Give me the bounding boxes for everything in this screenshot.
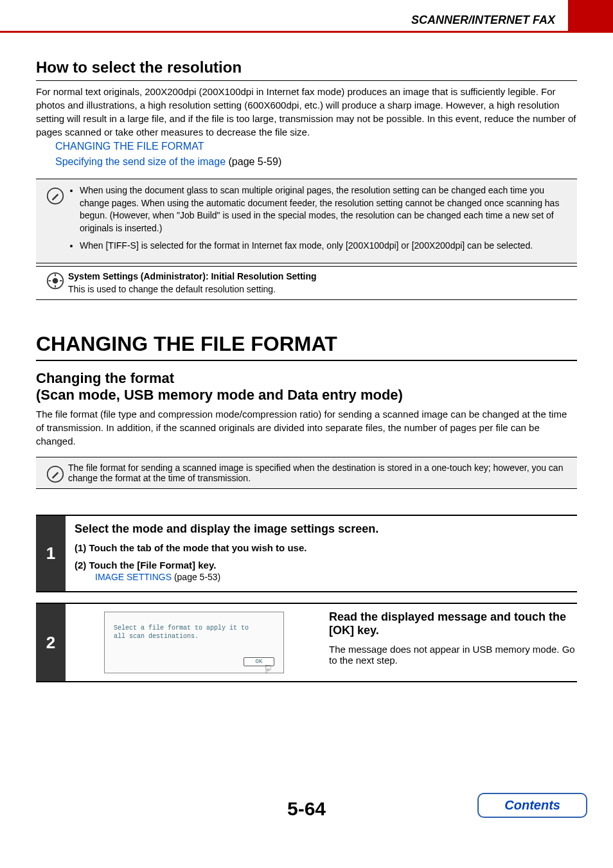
step-1-row: 1 Select the mode and display the image …	[36, 516, 577, 592]
pencil-circle-icon	[46, 187, 64, 205]
step-2-number: 2	[36, 604, 66, 681]
header-red-block	[568, 0, 613, 31]
svg-rect-4	[55, 285, 56, 288]
svg-rect-3	[55, 274, 56, 276]
link-image-settings[interactable]: IMAGE SETTINGS	[95, 572, 172, 582]
header: SCANNER/INTERNET FAX	[0, 0, 613, 33]
heading-changing-file-format: CHANGING THE FILE FORMAT	[36, 332, 577, 361]
note-bullet-2: When [TIFF-S] is selected for the format…	[80, 240, 571, 252]
gear-circle-icon	[46, 272, 64, 290]
step-2-title: Read the displayed message and touch the…	[329, 610, 577, 637]
screen-msg-line1: Select a file format to apply it to	[114, 624, 249, 632]
link-specifying-send-size-pageref: (page 5-59)	[229, 156, 282, 167]
link-specifying-send-size[interactable]: Specifying the send size of the image	[55, 156, 226, 167]
svg-rect-5	[49, 280, 51, 281]
step-1-sub1: (1) Touch the tab of the mode that you w…	[75, 542, 577, 553]
contents-button[interactable]: Contents	[477, 793, 587, 818]
subheading-line1: Changing the format	[36, 370, 174, 386]
svg-point-2	[53, 278, 58, 284]
step-1-sub2: (2) Touch the [File Format] key.	[75, 560, 577, 571]
resolution-body-text: For normal text originals, 200X200dpi (2…	[36, 85, 577, 139]
note-format-body: The file format for sending a scanned im…	[68, 463, 563, 483]
admin-settings-box: System Settings (Administrator): Initial…	[36, 266, 577, 300]
header-section-title: SCANNER/INTERNET FAX	[0, 13, 568, 31]
subheading-line2: (Scan mode, USB memory mode and Data ent…	[36, 387, 403, 403]
link-image-settings-pageref: (page 5-53)	[174, 572, 220, 582]
step-1-title: Select the mode and display the image se…	[75, 522, 577, 536]
screen-panel: Select a file format to apply it to all …	[104, 612, 284, 673]
admin-settings-title: System Settings (Administrator): Initial…	[68, 271, 317, 281]
screen-msg-line2: all scan destinations.	[114, 633, 199, 640]
link-changing-file-format[interactable]: CHANGING THE FILE FORMAT	[55, 141, 204, 152]
note-box-resolution: When using the document glass to scan mu…	[36, 179, 577, 263]
note-bullet-1: When using the document glass to scan mu…	[80, 184, 571, 235]
section-heading-resolution: How to select the resolution	[36, 58, 577, 81]
step-2-body: The message does not appear in USB memor…	[329, 644, 577, 666]
subheading-changing-format: Changing the format (Scan mode, USB memo…	[36, 370, 577, 403]
note-box-format: The file format for sending a scanned im…	[36, 457, 577, 489]
step-1-number: 1	[36, 516, 66, 591]
admin-settings-body: This is used to change the default resol…	[68, 284, 276, 294]
ok-button[interactable]: OK	[244, 657, 274, 666]
step-2-row: 2 Select a file format to apply it to al…	[36, 604, 577, 682]
svg-rect-6	[60, 280, 62, 281]
pencil-circle-icon	[46, 465, 64, 483]
changing-format-body: The file format (file type and compressi…	[36, 407, 577, 448]
